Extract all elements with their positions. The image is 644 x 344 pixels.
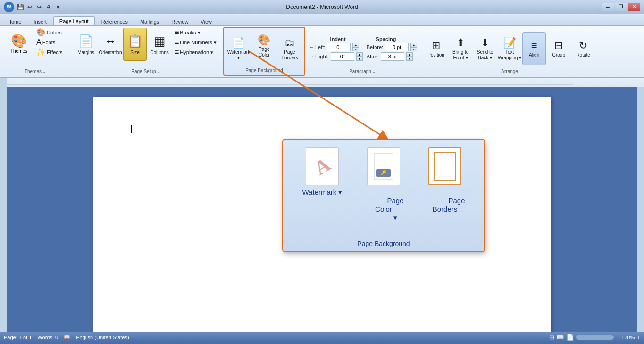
right-indent-input[interactable] — [331, 52, 354, 61]
after-spacing-input[interactable] — [381, 52, 404, 61]
left-indent-row: ← Left: ▲ ▼ — [309, 43, 363, 51]
document-area: Watermark ▾ 🔑 Page Color — [0, 87, 644, 332]
paragraph-group-label: Paragraph — [349, 69, 371, 75]
tab-page-layout[interactable]: Page Layout — [53, 16, 95, 25]
themes-expand-btn[interactable]: ⌄ — [42, 70, 47, 74]
left-indent-label: Left: — [315, 44, 325, 50]
left-indent-up[interactable]: ▲ — [352, 43, 359, 47]
themes-group-label: Themes — [25, 69, 42, 75]
vertical-ruler — [0, 87, 7, 332]
right-indent-down[interactable]: ▼ — [356, 57, 363, 61]
zoom-level: 120% — [621, 335, 635, 340]
columns-btn[interactable]: ▦ Columns — [148, 28, 171, 61]
tab-review[interactable]: Review — [166, 17, 194, 25]
group-btn[interactable]: ⊟ Group — [547, 32, 570, 65]
right-indent-up[interactable]: ▲ — [356, 52, 363, 57]
fonts-label: Fonts — [42, 40, 56, 45]
after-down[interactable]: ▼ — [406, 57, 413, 61]
colors-btn[interactable]: 🎨 Colors — [34, 28, 67, 37]
document-canvas — [7, 87, 637, 332]
right-indent-row: → Right: ▲ ▼ — [309, 52, 363, 61]
tab-references[interactable]: References — [96, 17, 134, 25]
left-indent-down[interactable]: ▼ — [352, 47, 359, 51]
themes-btn-label: Themes — [10, 49, 27, 54]
orientation-icon: ↔ — [104, 34, 117, 49]
before-spacing-label: Before: — [367, 44, 383, 50]
spacing-inputs: Before: ▲ ▼ After: ▲ ▼ — [367, 43, 417, 61]
before-spacing-spinner: ▲ ▼ — [410, 43, 417, 51]
undo-qa-btn[interactable]: ↩ — [25, 3, 34, 11]
zoom-out-btn[interactable]: − — [616, 334, 619, 341]
line-numbers-btn[interactable]: ≡ Line Numbers ▾ — [172, 38, 219, 47]
save-qa-btn[interactable]: 💾 — [16, 3, 25, 11]
position-icon: ⊞ — [432, 40, 440, 52]
view-normal-btn[interactable]: ⊞ — [549, 334, 554, 341]
before-spacing-input[interactable] — [385, 43, 409, 51]
page-color-btn[interactable]: 🎨 Page Color ▾ — [252, 32, 276, 65]
right-indent-label: Right: — [315, 54, 329, 59]
rotate-btn[interactable]: ↻ Rotate — [571, 32, 595, 65]
hyphenation-btn[interactable]: ≡ Hyphenation ▾ — [172, 48, 219, 57]
close-btn[interactable]: ✕ — [628, 3, 640, 11]
before-up[interactable]: ▲ — [410, 43, 417, 47]
indent-spacing-inputs: ← Left: ▲ ▼ → Right: — [309, 43, 417, 61]
size-btn[interactable]: 📋 Size — [123, 28, 147, 61]
zoom-in-btn[interactable]: + — [636, 334, 640, 341]
bring-to-front-btn[interactable]: ⬆ Bring to Front ▾ — [449, 32, 472, 65]
page-borders-btn[interactable]: 🗂 Page Borders — [278, 32, 301, 65]
right-scrollbar[interactable] — [637, 87, 644, 332]
text-wrapping-btn[interactable]: 📝 Text Wrapping ▾ — [498, 32, 521, 65]
left-arrow-icon: ← — [309, 44, 314, 50]
page-setup-expand-btn[interactable]: ⌄ — [157, 70, 162, 74]
left-indent-spinner: ▲ ▼ — [352, 43, 359, 51]
word-logo: W — [4, 2, 14, 12]
tab-mailings[interactable]: Mailings — [134, 17, 165, 25]
themes-group-label-row: Themes ⌄ — [5, 69, 67, 75]
effects-btn[interactable]: ✨ Effects — [34, 48, 67, 57]
breaks-btn[interactable]: ≡ Breaks ▾ — [172, 28, 219, 37]
before-down[interactable]: ▼ — [410, 47, 417, 51]
tab-view[interactable]: View — [195, 17, 217, 25]
watermark-btn[interactable]: 📄 Watermark ▾ — [227, 32, 251, 65]
qa-dropdown-btn[interactable]: ▾ — [54, 3, 62, 11]
effects-label: Effects — [47, 49, 62, 55]
redo-qa-btn[interactable]: ↪ — [35, 3, 43, 11]
after-up[interactable]: ▲ — [406, 52, 413, 57]
ribbon: 🎨 Themes 🎨 Colors A Fonts ✨ Effects The — [0, 26, 644, 78]
view-print-btn[interactable]: 📄 — [566, 334, 574, 341]
margins-btn[interactable]: 📄 Margins — [74, 28, 98, 61]
right-indent-spinner: ▲ ▼ — [356, 52, 363, 61]
hyphenation-icon: ≡ — [175, 49, 179, 56]
view-reading-btn[interactable]: 📖 — [556, 334, 564, 341]
paragraph-label-row: Paragraph ⌄ — [309, 69, 417, 75]
ruler-left-side — [0, 78, 7, 87]
send-to-back-btn[interactable]: ⬇ Send to Back ▾ — [473, 32, 497, 65]
restore-btn[interactable]: ❐ — [615, 3, 627, 11]
zoom-slider[interactable] — [576, 335, 614, 340]
page-background-group: 📄 Watermark ▾ 🎨 Page Color ▾ 🗂 Page Bord… — [223, 27, 305, 76]
ribbon-tabs: Home Insert Page Layout References Maili… — [0, 14, 644, 26]
send-to-back-icon: ⬇ — [481, 37, 489, 49]
orientation-btn[interactable]: ↔ Orientation — [99, 28, 122, 61]
tab-home[interactable]: Home — [2, 17, 27, 25]
fonts-btn[interactable]: A Fonts — [34, 38, 67, 47]
watermark-dropdown-icon: ▾ — [237, 55, 240, 61]
status-bar-left: Page: 1 of 1 Words: 0 📖 English (United … — [4, 334, 129, 340]
colors-icon: 🎨 — [36, 29, 46, 36]
page-borders-icon: 🗂 — [284, 37, 295, 49]
left-indent-input[interactable] — [327, 43, 351, 51]
horizontal-ruler — [0, 78, 644, 87]
paragraph-expand-btn[interactable]: ⌄ — [372, 70, 377, 74]
align-btn[interactable]: ≡ Align — [522, 32, 546, 65]
print-qa-btn[interactable]: 🖨 — [44, 3, 53, 11]
fonts-icon: A — [36, 39, 42, 46]
align-icon: ≡ — [531, 40, 537, 52]
themes-btn[interactable]: 🎨 Themes — [5, 28, 33, 58]
document-page[interactable] — [93, 97, 551, 332]
tab-insert[interactable]: Insert — [28, 17, 52, 25]
position-btn[interactable]: ⊞ Position — [424, 32, 448, 65]
status-bar-right: ⊞ 📖 📄 − 120% + — [549, 334, 640, 341]
ruler-body — [7, 78, 644, 87]
arrange-group: ⊞ Position ⬆ Bring to Front ▾ ⬇ Send to … — [421, 27, 598, 76]
minimize-btn[interactable]: ─ — [602, 3, 614, 11]
